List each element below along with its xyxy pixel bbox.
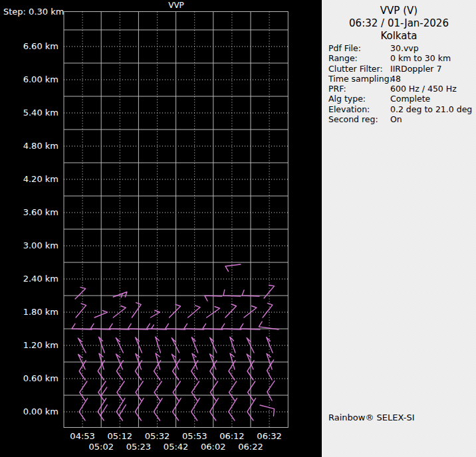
info-label: Time sampling:: [328, 74, 390, 84]
wind-barb: [229, 381, 237, 401]
info-value: IIRDoppler 7: [390, 64, 473, 74]
wind-barb: [192, 353, 197, 369]
info-row: Alg type:Complete: [328, 94, 473, 104]
x-axis-label: 05:23: [124, 442, 153, 452]
x-axis-label: 06:02: [199, 442, 228, 452]
info-label: Elevation:: [328, 104, 390, 114]
wind-barb-feather: [152, 325, 154, 329]
info-row: PRF:600 Hz / 450 Hz: [328, 84, 473, 94]
wind-barb: [136, 381, 143, 401]
wind-barb: [76, 304, 86, 318]
x-axis-label: 05:32: [143, 431, 172, 441]
x-axis-label: 05:53: [180, 431, 209, 441]
step-label: Step: 0.30 km: [3, 7, 64, 17]
x-axis-label: 06:12: [217, 431, 247, 441]
wind-barb: [230, 337, 235, 353]
wind-barb: [259, 321, 279, 329]
wind-barb: [173, 381, 180, 401]
y-axis-label: 3.60 km: [0, 207, 59, 218]
chart-region: Step: 0.30 km VVP 6.60 km6.00 km5.40 km4…: [0, 0, 322, 457]
wind-barb: [191, 361, 198, 380]
x-axis-label: 05:42: [162, 442, 191, 452]
info-row: Time sampling:48: [328, 74, 473, 84]
info-label: Pdf File:: [328, 43, 390, 53]
info-label: Range:: [328, 53, 390, 63]
wind-barb: [230, 353, 235, 369]
info-value: 0 km to 30 km: [390, 53, 473, 63]
wind-barb: [191, 399, 200, 420]
y-axis-label: 1.20 km: [0, 340, 59, 351]
info-label: Alg type:: [328, 94, 390, 104]
x-axis-label: 05:12: [105, 431, 134, 441]
x-axis-label: 06:32: [255, 431, 284, 441]
wind-barb: [80, 381, 87, 401]
wind-barb: [191, 381, 199, 401]
info-label: PRF:: [328, 84, 390, 94]
wind-barb: [117, 381, 124, 401]
wind-barb: [116, 399, 125, 420]
brand-footer: Rainbow® SELEX-SI: [328, 412, 415, 422]
wind-barb: [154, 399, 162, 420]
panel-title: VVP (V): [322, 5, 476, 17]
wind-barb: [154, 381, 162, 401]
y-axis-label: 5.40 km: [0, 108, 59, 118]
wind-barb: [172, 338, 179, 353]
wind-barb: [151, 310, 160, 318]
y-axis-label: 0.00 km: [0, 407, 59, 417]
info-value: 48: [390, 74, 473, 84]
info-row: Pdf File:30.vvp: [328, 43, 473, 53]
y-axis-label: 6.60 km: [0, 41, 59, 52]
panel-datetime: 06:32 / 01-Jan-2026: [322, 17, 476, 30]
panel-site: Kolkata: [322, 30, 476, 43]
wind-barb: [78, 338, 86, 353]
wind-barb: [247, 399, 256, 420]
info-value: 30.vvp: [390, 43, 473, 53]
wind-barb: [225, 264, 241, 272]
wind-barb: [156, 337, 161, 353]
y-axis-label: 2.40 km: [0, 274, 59, 284]
info-value: 0.2 deg to 21.0 deg: [390, 104, 473, 114]
wind-barb: [99, 337, 105, 353]
wind-barb: [229, 399, 237, 420]
wind-barb: [267, 381, 275, 401]
wind-barb: [79, 399, 88, 420]
info-value: 600 Hz / 450 Hz: [390, 84, 473, 94]
wind-barb: [267, 360, 274, 380]
chart-title: VVP: [64, 1, 289, 10]
info-panel: VVP (V) 06:32 / 01-Jan-2026 Kolkata Pdf …: [322, 0, 476, 457]
wind-barb: [263, 303, 273, 318]
wind-barb-chart: [0, 0, 322, 457]
wind-barb: [260, 405, 274, 416]
info-label: Clutter Filter:: [328, 64, 390, 74]
info-row: Range:0 km to 30 km: [328, 53, 473, 63]
wind-barb: [191, 337, 197, 353]
wind-barb: [116, 338, 123, 353]
wind-barb: [188, 306, 200, 318]
info-row: Clutter Filter:IIRDoppler 7: [328, 64, 473, 74]
wind-barb: [210, 381, 217, 401]
wind-barb: [229, 361, 235, 380]
info-value: Complete: [390, 94, 473, 104]
wind-barb: [135, 399, 144, 420]
wind-barb: [113, 306, 126, 318]
wind-barb: [132, 303, 141, 318]
wind-barb-feather: [101, 387, 107, 396]
wind-barb: [225, 304, 237, 318]
y-axis-label: 4.20 km: [0, 174, 59, 185]
y-axis-label: 0.60 km: [0, 373, 59, 384]
wind-barb: [154, 361, 161, 380]
wind-barb: [248, 381, 255, 401]
wind-barb: [244, 306, 257, 318]
wind-barb: [75, 287, 86, 299]
info-row: Second reg:On: [328, 114, 473, 124]
x-axis-label: 05:02: [86, 442, 116, 452]
y-axis-label: 1.80 km: [0, 307, 59, 318]
wind-barb: [170, 304, 181, 318]
info-list: Pdf File:30.vvpRange:0 km to 30 kmClutte…: [328, 43, 473, 124]
y-axis-label: 4.80 km: [0, 141, 59, 151]
wind-barb: [172, 399, 181, 420]
wind-barb: [210, 399, 219, 420]
y-axis-label: 3.00 km: [0, 240, 59, 251]
wind-barb: [98, 399, 106, 420]
wind-barb: [267, 337, 273, 353]
